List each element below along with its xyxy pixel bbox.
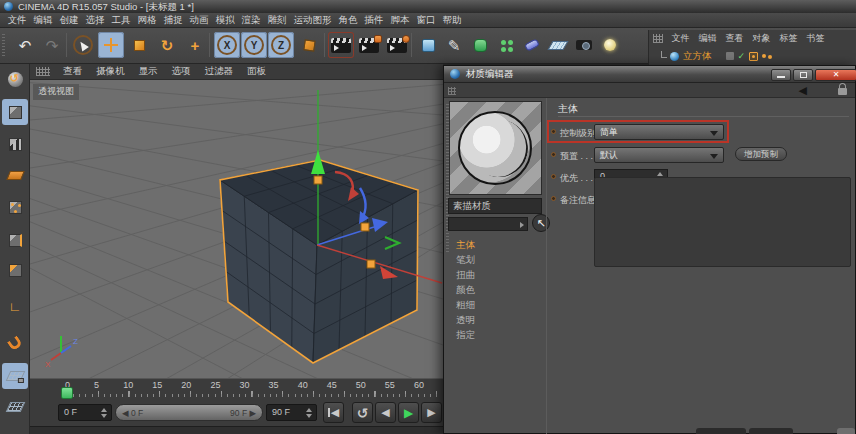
- material-preview[interactable]: [449, 101, 542, 195]
- viewport-canvas[interactable]: X Z 透视视图: [30, 80, 443, 378]
- render-settings-button[interactable]: [384, 32, 410, 58]
- current-frame-field[interactable]: 0 F: [58, 404, 112, 421]
- menu-help[interactable]: 帮助: [439, 14, 465, 27]
- menu-sculpt[interactable]: 雕刻: [264, 14, 290, 27]
- viewport-grip-icon[interactable]: [36, 67, 50, 76]
- om-menu-bookmarks[interactable]: 书签: [802, 32, 829, 45]
- y-axis-lock-button[interactable]: Y: [241, 32, 267, 58]
- uv-mode-button[interactable]: [2, 162, 28, 188]
- frame-spinner[interactable]: [101, 408, 108, 418]
- coordinate-system-button[interactable]: [296, 32, 322, 58]
- primitive-cube-button[interactable]: [415, 32, 441, 58]
- redo-button[interactable]: ↷: [39, 32, 65, 58]
- current-frame-marker[interactable]: [61, 387, 73, 399]
- object-row-cube[interactable]: 立方体 ✓: [649, 48, 856, 64]
- menu-simulate[interactable]: 模拟: [212, 14, 238, 27]
- timeline-ruler[interactable]: 0 5 10 15 20 25 30 35 40 45 50 55 60: [30, 378, 443, 400]
- menu-plugins[interactable]: 插件: [361, 14, 387, 27]
- points-mode-button[interactable]: [2, 194, 28, 220]
- channel-distort[interactable]: 扭曲: [448, 267, 546, 282]
- camera-button[interactable]: [571, 32, 597, 58]
- spline-pen-button[interactable]: ✎: [441, 32, 467, 58]
- z-axis-lock-button[interactable]: Z: [268, 32, 294, 58]
- render-view-button[interactable]: [328, 32, 354, 58]
- last-tool-button[interactable]: +: [182, 32, 208, 58]
- axis-mode-button[interactable]: ∟: [2, 293, 28, 319]
- menu-file[interactable]: 文件: [4, 14, 30, 27]
- vp-menu-filter[interactable]: 过滤器: [198, 65, 241, 78]
- array-generator-button[interactable]: [493, 32, 519, 58]
- lock-icon[interactable]: [838, 88, 847, 95]
- play-forward-button[interactable]: ▶: [398, 402, 419, 423]
- object-name[interactable]: 立方体: [683, 50, 712, 63]
- vp-menu-panel[interactable]: 面板: [240, 65, 273, 78]
- enabled-check-icon[interactable]: ✓: [738, 52, 746, 61]
- previous-frame-button[interactable]: ◀: [375, 402, 396, 423]
- dialog-grip[interactable]: [448, 87, 456, 95]
- vp-menu-view[interactable]: 查看: [56, 65, 89, 78]
- menu-mesh[interactable]: 网格: [134, 14, 160, 27]
- edges-mode-button[interactable]: [2, 227, 28, 253]
- vp-menu-options[interactable]: 选项: [165, 65, 198, 78]
- channel-main[interactable]: 主体: [448, 237, 546, 252]
- dialog-title-bar[interactable]: 材质编辑器 ✕: [444, 66, 855, 83]
- channel-strokes[interactable]: 笔划: [448, 252, 546, 267]
- control-level-dropdown[interactable]: 简单: [594, 124, 724, 140]
- deformer-bend-button[interactable]: [519, 32, 545, 58]
- slider-right-arrow-icon[interactable]: ▶: [249, 408, 256, 418]
- minimize-button[interactable]: [771, 69, 791, 81]
- floor-environment-button[interactable]: [545, 32, 571, 58]
- polygons-mode-button[interactable]: [2, 257, 28, 283]
- notes-textarea[interactable]: [594, 177, 851, 267]
- rotate-tool-button[interactable]: ↻: [154, 32, 180, 58]
- slider-left-arrow-icon[interactable]: ◀: [122, 408, 129, 418]
- material-name-field[interactable]: 素描材质: [448, 198, 542, 214]
- maximize-button[interactable]: [793, 69, 813, 81]
- menu-character[interactable]: 角色: [335, 14, 361, 27]
- make-editable-button[interactable]: ↺: [2, 66, 28, 92]
- scale-tool-button[interactable]: [126, 32, 152, 58]
- x-axis-handle[interactable]: [367, 260, 375, 268]
- snap-button[interactable]: [2, 330, 28, 356]
- frame-spinner[interactable]: [306, 408, 313, 418]
- end-frame-field[interactable]: 90 F: [266, 404, 317, 421]
- move-tool-button[interactable]: [98, 32, 124, 58]
- close-button[interactable]: ✕: [815, 69, 856, 81]
- cube-object[interactable]: [220, 160, 418, 363]
- menu-script[interactable]: 脚本: [387, 14, 413, 27]
- model-mode-button[interactable]: [2, 99, 28, 125]
- preview-type-dropdown[interactable]: [448, 217, 528, 231]
- channel-assign[interactable]: 指定: [448, 327, 546, 342]
- object-manager-grip[interactable]: [653, 34, 663, 43]
- menu-animate[interactable]: 动画: [186, 14, 212, 27]
- preview-options-button[interactable]: ↖: [532, 214, 550, 232]
- om-menu-view[interactable]: 查看: [721, 32, 748, 45]
- next-frame-button[interactable]: ▶: [421, 402, 442, 423]
- menu-select[interactable]: 选择: [82, 14, 108, 27]
- frame-range-slider[interactable]: ◀ 0 F 90 F ▶: [115, 404, 263, 421]
- add-preset-button[interactable]: 增加预制: [735, 147, 787, 161]
- play-backward-button[interactable]: ↺: [352, 402, 373, 423]
- material-tag-icon[interactable]: [749, 52, 758, 61]
- channel-opacity[interactable]: 透明: [448, 312, 546, 327]
- undo-button[interactable]: ↶: [12, 32, 38, 58]
- y-axis-handle[interactable]: [314, 176, 322, 184]
- visibility-dots-icon[interactable]: [762, 54, 766, 58]
- light-button[interactable]: [597, 32, 623, 58]
- menu-edit[interactable]: 编辑: [30, 14, 56, 27]
- render-to-picture-viewer-button[interactable]: [356, 32, 382, 58]
- om-menu-file[interactable]: 文件: [667, 32, 694, 45]
- texture-mode-button[interactable]: [2, 131, 28, 157]
- toolbar-grip[interactable]: [2, 34, 5, 56]
- menu-snap[interactable]: 捕捉: [160, 14, 186, 27]
- menu-window[interactable]: 窗口: [413, 14, 439, 27]
- z-axis-handle[interactable]: [361, 223, 369, 231]
- menu-create[interactable]: 创建: [56, 14, 82, 27]
- goto-start-button[interactable]: ◀: [323, 402, 344, 423]
- menu-mograph[interactable]: 运动图形: [290, 14, 335, 27]
- history-back-button[interactable]: ◀: [799, 84, 807, 97]
- om-menu-objects[interactable]: 对象: [748, 32, 775, 45]
- om-menu-tags[interactable]: 标签: [775, 32, 802, 45]
- visibility-toggle-icon[interactable]: [726, 52, 734, 60]
- om-menu-edit[interactable]: 编辑: [694, 32, 721, 45]
